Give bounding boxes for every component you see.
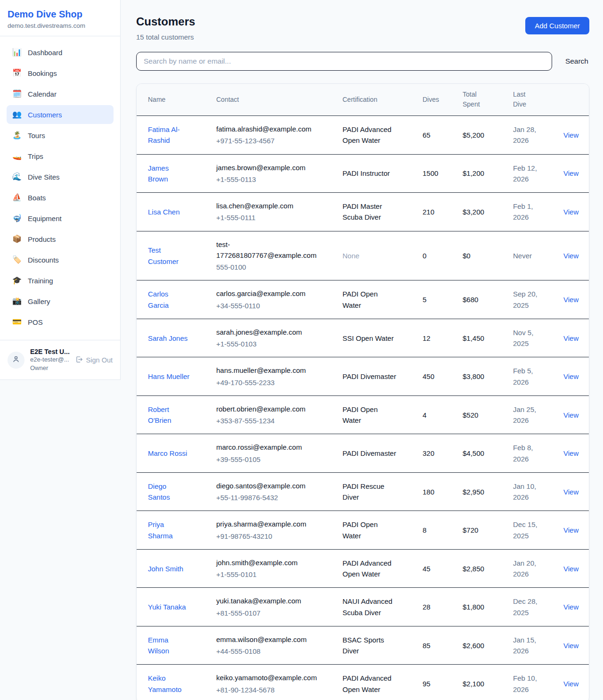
view-link[interactable]: View bbox=[563, 488, 579, 496]
contact-cell: robert.obrien@example.com +353-87-555-12… bbox=[205, 395, 331, 434]
sidebar-item-training[interactable]: 🎓 Training bbox=[7, 271, 114, 290]
sidebar-item-tours[interactable]: 🏝️ Tours bbox=[7, 126, 114, 145]
view-cell: View bbox=[552, 231, 589, 280]
view-link[interactable]: View bbox=[563, 642, 579, 650]
customer-email: marco.rossi@example.com bbox=[216, 442, 318, 453]
customer-phone: +1-555-0101 bbox=[216, 569, 318, 580]
add-customer-button[interactable]: Add Customer bbox=[525, 17, 589, 34]
sign-out-label: Sign Out bbox=[86, 356, 113, 364]
view-link[interactable]: View bbox=[563, 372, 579, 380]
name-cell: Diego Santos bbox=[137, 472, 205, 511]
user-role: Owner bbox=[30, 364, 69, 372]
column-header-actions bbox=[552, 84, 589, 116]
column-header-name: Name bbox=[137, 84, 205, 116]
nav-item-icon: 🏝️ bbox=[12, 132, 22, 139]
customer-name-link[interactable]: Keiko Yamamoto bbox=[148, 674, 181, 693]
view-link[interactable]: View bbox=[563, 334, 579, 342]
view-link[interactable]: View bbox=[563, 603, 579, 611]
contact-cell: hans.mueller@example.com +49-170-555-223… bbox=[205, 357, 331, 396]
customer-name-link[interactable]: Yuki Tanaka bbox=[148, 603, 186, 611]
certification-text: None bbox=[342, 252, 359, 260]
view-link[interactable]: View bbox=[563, 411, 579, 419]
certification-text: PADI Advanced Open Water bbox=[342, 674, 391, 693]
customer-name-link[interactable]: Priya Sharma bbox=[148, 520, 173, 539]
nav-item-label: Training bbox=[28, 277, 53, 285]
view-link[interactable]: View bbox=[563, 565, 579, 573]
name-cell: Marco Rossi bbox=[137, 434, 205, 473]
nav-item-label: Boats bbox=[28, 194, 46, 202]
customer-name-link[interactable]: Diego Santos bbox=[148, 482, 170, 501]
nav-item-label: Discounts bbox=[28, 256, 59, 264]
dives-cell: 95 bbox=[411, 665, 451, 700]
last-dive-cell: Feb 10, 2026 bbox=[502, 665, 552, 700]
customer-phone: +1-555-0111 bbox=[216, 212, 318, 223]
sidebar-item-products[interactable]: 📦 Products bbox=[7, 230, 114, 248]
nav-item-icon: 🏷️ bbox=[12, 256, 22, 264]
sidebar-item-discounts[interactable]: 🏷️ Discounts bbox=[7, 250, 114, 269]
customer-name-link[interactable]: Lisa Chen bbox=[148, 208, 180, 216]
customer-name-link[interactable]: John Smith bbox=[148, 565, 183, 573]
certification-cell: PADI Advanced Open Water bbox=[331, 549, 411, 588]
total-spent-cell: $1,800 bbox=[451, 588, 502, 626]
customer-name-link[interactable]: James Brown bbox=[148, 164, 169, 183]
table-header: Name Contact Certification Dives Total S… bbox=[137, 84, 589, 116]
customer-name-link[interactable]: Emma Wilson bbox=[148, 636, 169, 655]
customer-name-link[interactable]: Test Customer bbox=[148, 246, 179, 265]
view-link[interactable]: View bbox=[563, 526, 579, 534]
customer-name-link[interactable]: Robert O'Brien bbox=[148, 405, 171, 424]
contact-cell: lisa.chen@example.com +1-555-0111 bbox=[205, 193, 331, 231]
sidebar-item-dashboard[interactable]: 📊 Dashboard bbox=[7, 43, 114, 62]
customer-name-link[interactable]: Hans Mueller bbox=[148, 372, 189, 380]
customer-email: fatima.alrashid@example.com bbox=[216, 124, 318, 134]
view-link[interactable]: View bbox=[563, 208, 579, 216]
search-button[interactable]: Search bbox=[564, 57, 589, 66]
search-input[interactable] bbox=[136, 52, 552, 71]
last-dive-cell: Jan 25, 2026 bbox=[502, 395, 552, 434]
view-link[interactable]: View bbox=[563, 131, 579, 139]
customer-name-link[interactable]: Carlos Garcia bbox=[148, 290, 169, 309]
nav-item-label: Bookings bbox=[28, 69, 57, 77]
contact-cell: carlos.garcia@example.com +34-555-0110 bbox=[205, 280, 331, 319]
view-cell: View bbox=[552, 665, 589, 700]
total-spent-cell: $4,500 bbox=[451, 434, 502, 473]
contact-cell: sarah.jones@example.com +1-555-0103 bbox=[205, 319, 331, 357]
view-link[interactable]: View bbox=[563, 449, 579, 457]
view-cell: View bbox=[552, 395, 589, 434]
sidebar-item-dive-sites[interactable]: 🌊 Dive Sites bbox=[7, 167, 114, 186]
certification-cell: PADI Open Water bbox=[331, 280, 411, 319]
total-spent-cell: $3,800 bbox=[451, 357, 502, 396]
certification-cell: None bbox=[331, 231, 411, 280]
sidebar-item-gallery[interactable]: 📸 Gallery bbox=[7, 292, 114, 311]
nav-item-label: Dive Sites bbox=[28, 173, 60, 181]
sidebar-item-calendar[interactable]: 🗓️ Calendar bbox=[7, 84, 114, 103]
sidebar-item-trips[interactable]: 🚤 Trips bbox=[7, 147, 114, 165]
customer-name-link[interactable]: Fatima Al-Rashid bbox=[148, 125, 180, 144]
sidebar-item-equipment[interactable]: 🤿 Equipment bbox=[7, 209, 114, 228]
sign-out-button[interactable]: Sign Out bbox=[75, 355, 113, 365]
sidebar-item-customers[interactable]: 👥 Customers bbox=[7, 105, 114, 124]
view-cell: View bbox=[552, 511, 589, 550]
dives-cell: 85 bbox=[411, 626, 451, 665]
sidebar-item-boats[interactable]: ⛵ Boats bbox=[7, 188, 114, 207]
customer-name-link[interactable]: Sarah Jones bbox=[148, 334, 187, 342]
sidebar-item-bookings[interactable]: 📅 Bookings bbox=[7, 64, 114, 82]
sidebar-item-pos[interactable]: 💳 POS bbox=[7, 313, 114, 331]
total-spent-cell: $1,450 bbox=[451, 319, 502, 357]
title-block: Customers 15 total customers bbox=[136, 11, 195, 41]
customer-phone: +44-555-0108 bbox=[216, 646, 318, 657]
customer-email: test-1772681807767@example.com bbox=[216, 239, 318, 261]
view-link[interactable]: View bbox=[563, 169, 579, 177]
view-cell: View bbox=[552, 154, 589, 193]
view-link[interactable]: View bbox=[563, 296, 579, 304]
view-link[interactable]: View bbox=[563, 680, 579, 688]
certification-text: PADI Open Water bbox=[342, 405, 378, 424]
nav-item-label: Dashboard bbox=[28, 49, 62, 57]
page: Demo Dive Shop demo.test.divestreams.com… bbox=[0, 0, 603, 700]
last-dive-cell: Never bbox=[502, 231, 552, 280]
nav-item-icon: 💳 bbox=[12, 318, 22, 326]
nav-item-label: Calendar bbox=[28, 90, 57, 98]
table-row: Robert O'Brien robert.obrien@example.com… bbox=[137, 395, 589, 434]
view-link[interactable]: View bbox=[563, 252, 579, 260]
view-cell: View bbox=[552, 193, 589, 231]
customer-name-link[interactable]: Marco Rossi bbox=[148, 449, 187, 457]
